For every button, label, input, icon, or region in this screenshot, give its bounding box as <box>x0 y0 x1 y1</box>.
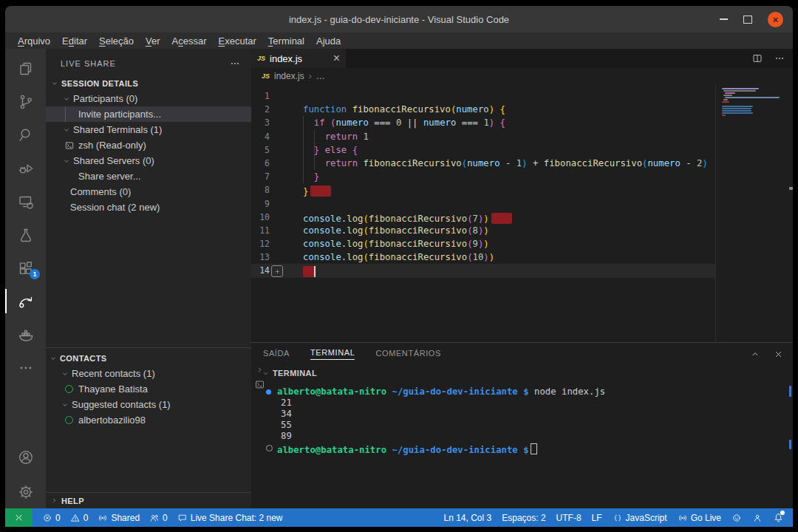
maximize-button[interactable] <box>743 16 752 24</box>
breadcrumb-symbol[interactable]: … <box>316 71 325 81</box>
menu-editar[interactable]: Editar <box>56 35 93 47</box>
brackets-icon <box>613 513 623 523</box>
status-problems-errors[interactable]: 0 <box>42 513 61 523</box>
participant-selection-marker <box>310 185 331 197</box>
panel-tab-saída[interactable]: SAÍDA <box>263 349 290 360</box>
breadcrumb-file[interactable]: index.js <box>274 71 304 81</box>
tree-item-thayane-batista[interactable]: Thayane Batista <box>46 381 251 397</box>
status-live-share-contact[interactable] <box>752 513 763 523</box>
tree-item-label: CONTACTS <box>60 354 107 363</box>
menu-arquivo[interactable]: Arquivo <box>12 35 56 47</box>
chevron-right-icon[interactable] <box>255 365 265 375</box>
status-indentation[interactable]: Espaços: 2 <box>502 513 545 523</box>
tree-item-suggested-contacts-1[interactable]: Suggested contacts (1) <box>46 397 251 412</box>
line-number: 7 <box>251 170 270 183</box>
activity-run-and-debug[interactable] <box>5 151 46 185</box>
tree-item-session-details[interactable]: SESSION DETAILS <box>46 75 251 91</box>
tree-item-comments-0[interactable]: Comments (0) <box>46 184 251 200</box>
close-button[interactable]: × <box>768 12 783 27</box>
activity-search[interactable] <box>5 118 46 151</box>
tree-item-participants-0[interactable]: Participants (0) <box>46 91 251 106</box>
window-controls: × <box>720 6 783 33</box>
activity-testing[interactable] <box>5 218 46 251</box>
window-title: index.js - guia-do-dev-iniciante - Visua… <box>289 14 509 25</box>
code-line-6: 6 return fibonacciRecursivo(numero - 1) … <box>251 157 793 170</box>
breadcrumb: JS index.js › … <box>251 68 793 84</box>
split-editor-icon[interactable] <box>751 52 763 64</box>
tree-item-albertobazilio98[interactable]: albertobazilio98 <box>46 412 251 428</box>
tree-item-session-chat-2-new[interactable]: Session chat (2 new) <box>46 200 251 215</box>
tree-item-recent-contacts-1[interactable]: Recent contacts (1) <box>46 366 251 381</box>
terminal-section-header[interactable]: TERMINAL <box>251 365 793 381</box>
tab-index-js[interactable]: JS index.js × <box>251 49 346 68</box>
activity-docker[interactable] <box>5 318 46 351</box>
activity-more-views[interactable] <box>5 351 46 384</box>
terminal-section-label: TERMINAL <box>273 369 317 378</box>
status-live-share-chat[interactable]: Live Share Chat: 2 new <box>177 513 283 523</box>
tree-item-label: Suggested contacts (1) <box>72 399 171 410</box>
activity-source-control[interactable] <box>5 85 46 118</box>
activity-extensions[interactable]: 1 <box>5 251 46 284</box>
editor-more-actions-icon[interactable] <box>774 52 785 64</box>
activity-settings[interactable] <box>5 475 46 508</box>
tree-item-shared-terminals-1[interactable]: Shared Terminals (1) <box>46 122 251 137</box>
status-eol[interactable]: LF <box>592 513 602 523</box>
minimap[interactable] <box>720 88 787 117</box>
account-icon <box>17 449 35 466</box>
tree-item-contacts[interactable]: CONTACTS <box>46 350 251 366</box>
status-encoding[interactable]: UTF-8 <box>556 513 582 523</box>
minimize-button[interactable] <box>720 18 728 20</box>
activity-live-share[interactable] <box>5 284 46 318</box>
tree-item-invite-participants[interactable]: Invite participants... <box>46 106 251 122</box>
menu-executar[interactable]: Executar <box>213 35 262 47</box>
terminal-command-row: alberto@batata-nitro ~/guia-do-dev-inici… <box>251 386 793 398</box>
maximize-panel-icon[interactable] <box>749 348 761 360</box>
docker-icon <box>17 326 35 344</box>
menu-ver[interactable]: Ver <box>140 35 166 47</box>
tree-item-shared-servers-0[interactable]: Shared Servers (0) <box>46 153 251 168</box>
command-decoration-icon <box>266 389 271 395</box>
code-line-14: 14 <box>251 264 793 277</box>
activity-remote-explorer[interactable] <box>5 185 46 218</box>
menu-ajuda[interactable]: Ajuda <box>310 35 347 47</box>
line-number: 6 <box>251 157 270 170</box>
warning-icon <box>70 513 81 523</box>
status-live-share-shared[interactable]: Shared <box>98 513 140 523</box>
activity-account[interactable] <box>5 440 46 474</box>
help-label: HELP <box>61 497 84 505</box>
tree-indent-guide <box>65 106 66 122</box>
contact-status-icon <box>65 385 73 393</box>
panel-tab-terminal[interactable]: TERMINAL <box>310 348 355 360</box>
activity-explorer[interactable] <box>5 52 46 85</box>
tree-item-share-server[interactable]: Share server... <box>46 168 251 184</box>
code-editor[interactable]: 12function fibonacciRecursivo(numero) {3… <box>251 84 793 342</box>
status-remote-indicator[interactable] <box>5 508 33 527</box>
close-panel-icon[interactable] <box>773 349 784 360</box>
status-feedback[interactable] <box>732 513 742 523</box>
menu-terminal[interactable]: Terminal <box>262 35 310 47</box>
line-number: 12 <box>251 237 270 250</box>
sidebar-more-actions-icon[interactable] <box>229 58 241 69</box>
bottom-panel: SAÍDATERMINALCOMENTÁRIOS TERMINAL albert… <box>251 342 793 508</box>
tree-item-zsh-read-only[interactable]: zsh (Read-only) <box>46 137 251 153</box>
terminal-output-row: 89 <box>251 431 793 442</box>
status-notifications[interactable] <box>773 512 784 523</box>
status-cursor-position[interactable]: Ln 14, Col 3 <box>444 513 492 523</box>
chevron-down-icon <box>50 79 59 88</box>
tree-item-label: Recent contacts (1) <box>72 368 155 379</box>
status-language-mode[interactable]: JavaScript <box>613 513 667 523</box>
status-problems-warnings[interactable]: 0 <box>70 513 89 523</box>
status-live-share-participants[interactable]: 0 <box>149 513 168 523</box>
menu-seleção[interactable]: Seleção <box>93 35 140 47</box>
line-number: 8 <box>251 183 270 197</box>
status-go-live[interactable]: Go Live <box>678 513 721 523</box>
tree-item-label: Shared Servers (0) <box>73 155 154 166</box>
tab-close-icon[interactable]: × <box>333 52 340 65</box>
panel-tab-comentários[interactable]: COMENTÁRIOS <box>375 349 441 360</box>
menu-acessar[interactable]: Acessar <box>166 35 213 47</box>
line-number: 9 <box>251 197 270 211</box>
code-line-4: 4 return 1 <box>251 130 793 143</box>
add-comment-icon[interactable] <box>271 265 283 277</box>
terminal[interactable]: alberto@batata-nitro ~/guia-do-dev-inici… <box>251 381 793 508</box>
help-section[interactable]: HELP <box>46 492 251 508</box>
